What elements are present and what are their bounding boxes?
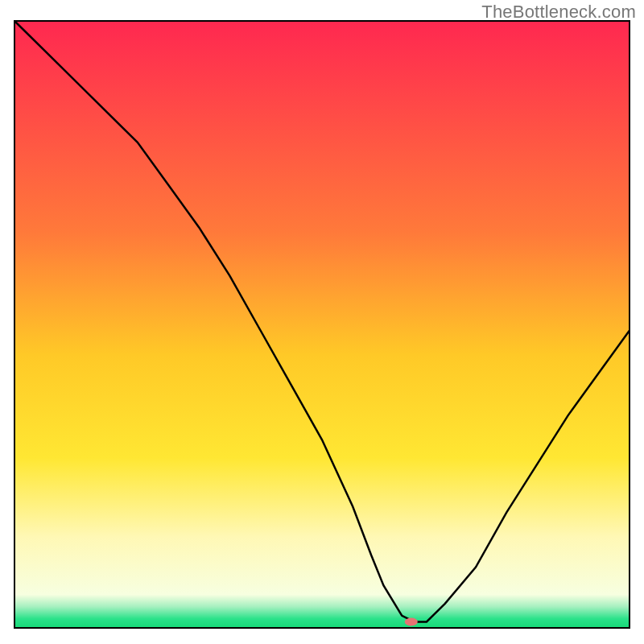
chart-container: TheBottleneck.com: [0, 0, 644, 644]
optimal-marker: [405, 617, 418, 625]
bottleneck-chart: [0, 0, 644, 644]
